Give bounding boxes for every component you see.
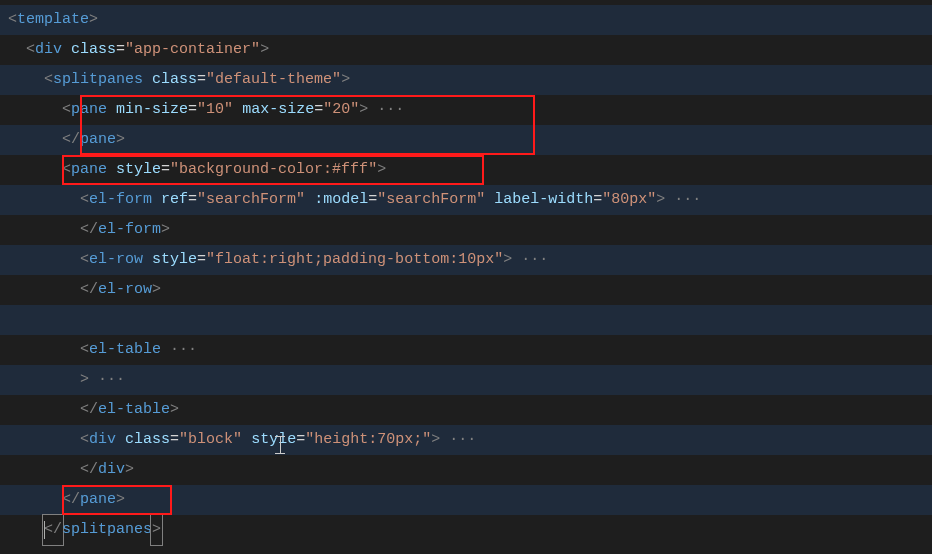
op: = [368,185,377,215]
string: "searchForm" [377,185,485,215]
attr: class [125,425,170,455]
code-line[interactable]: <template> [0,5,932,35]
code-line[interactable]: </pane> [0,125,932,155]
code-line[interactable]: > ··· [0,365,932,395]
bracket: </ [80,395,98,425]
op: = [296,425,305,455]
string: "height:70px;" [305,425,431,455]
indent [8,485,62,515]
bracket: </ [62,485,80,515]
bracket: </ [80,455,98,485]
tag: splitpanes [53,65,143,95]
indent [8,125,62,155]
bracket: </ [62,125,80,155]
bracket: > [359,95,368,125]
bracket: > [116,485,125,515]
indent [8,365,80,395]
bracket: > [89,5,98,35]
op: = [314,95,323,125]
bracket: < [8,5,17,35]
code-line[interactable]: <pane min-size="10" max-size="20"> ··· [0,95,932,125]
indent [8,275,80,305]
indent [8,245,80,275]
string: "float:right;padding-bottom:10px" [206,245,503,275]
op: = [197,65,206,95]
tag: pane [80,125,116,155]
code-line[interactable]: </el-form> [0,215,932,245]
code-line[interactable]: <el-form ref="searchForm" :model="search… [0,185,932,215]
bracket: </ [80,275,98,305]
tag: div [98,455,125,485]
fold-ellipsis-icon[interactable]: ··· [161,335,197,365]
code-editor[interactable]: <template> <div class="app-container"> <… [0,0,932,554]
tag: pane [71,95,107,125]
tag: splitpanes [62,515,152,545]
indent [8,395,80,425]
indent [8,95,62,125]
attr: class [152,65,197,95]
bracket-match: > [150,514,163,546]
tag: div [89,425,116,455]
bracket: > [161,215,170,245]
indent [8,215,80,245]
text-cursor [44,521,45,539]
tag: el-form [98,215,161,245]
bracket: < [44,65,53,95]
code-line[interactable]: <pane style="background-color:#fff"> [0,155,932,185]
attr: min-size [116,95,188,125]
bracket: > [80,365,89,395]
fold-ellipsis-icon[interactable]: ··· [368,95,404,125]
indent [8,185,80,215]
fold-ellipsis-icon[interactable]: ··· [512,245,548,275]
tag: pane [71,155,107,185]
bracket: < [26,35,35,65]
op: = [197,245,206,275]
code-line[interactable]: <div class="app-container"> [0,35,932,65]
attr: :model [314,185,368,215]
op: = [116,35,125,65]
code-line[interactable]: <el-table ··· [0,335,932,365]
string: "default-theme" [206,65,341,95]
indent [8,35,26,65]
bracket-match: </ [42,514,64,546]
bracket: > [377,155,386,185]
op: = [188,95,197,125]
mouse-ibeam-icon [275,436,285,454]
bracket: > [125,455,134,485]
tag: el-table [98,395,170,425]
op: = [593,185,602,215]
tag: div [35,35,62,65]
code-line[interactable]: </div> [0,455,932,485]
bracket: < [80,245,89,275]
tag: template [17,5,89,35]
code-line[interactable]: <el-row style="float:right;padding-botto… [0,245,932,275]
bracket: > [260,35,269,65]
code-line[interactable]: </pane> [0,485,932,515]
bracket: > [503,245,512,275]
fold-ellipsis-icon[interactable]: ··· [665,185,701,215]
code-line[interactable]: <splitpanes class="default-theme"> [0,65,932,95]
bracket: > [341,65,350,95]
op: = [170,425,179,455]
code-line[interactable]: <div class="block" style="height:70px;">… [0,425,932,455]
code-line[interactable]: </el-row> [0,275,932,305]
bracket: < [62,95,71,125]
string: "background-color:#fff" [170,155,377,185]
fold-ellipsis-icon[interactable]: ··· [440,425,476,455]
string: "20" [323,95,359,125]
fold-ellipsis-icon[interactable]: ··· [89,365,125,395]
bracket: > [656,185,665,215]
code-line[interactable]: </el-table> [0,395,932,425]
code-line[interactable] [0,305,932,335]
indent [8,335,80,365]
attr: style [251,425,296,455]
bracket: < [80,185,89,215]
attr: class [71,35,116,65]
tag: el-row [98,275,152,305]
indent [8,515,44,545]
indent [8,425,80,455]
code-line[interactable]: </splitpanes> [0,515,932,545]
indent [8,155,62,185]
bracket: > [170,395,179,425]
attr: ref [161,185,188,215]
